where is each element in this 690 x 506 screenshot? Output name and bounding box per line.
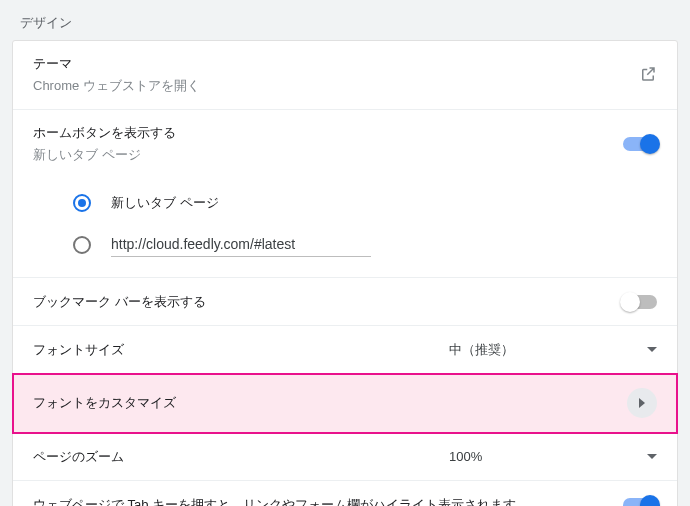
theme-row[interactable]: テーマ Chrome ウェブストアを開く — [13, 41, 677, 110]
home-option-custom-url[interactable] — [73, 222, 657, 267]
tab-highlight-row: ウェブページで Tab キーを押すと、リンクやフォーム欄がハイライト表示されます — [13, 481, 677, 506]
bookmarks-bar-toggle[interactable] — [623, 295, 657, 309]
chevron-down-icon — [647, 454, 657, 459]
home-button-label: ホームボタンを表示する — [33, 124, 623, 142]
chevron-down-icon — [647, 347, 657, 352]
home-option-newtab-label: 新しいタブ ページ — [111, 194, 219, 212]
page-zoom-row[interactable]: ページのズーム 100% — [13, 433, 677, 481]
page-zoom-value: 100% — [449, 449, 629, 464]
settings-card: テーマ Chrome ウェブストアを開く ホームボタンを表示する 新しいタブ ペ… — [12, 40, 678, 506]
theme-label: テーマ — [33, 55, 639, 73]
customize-fonts-row[interactable]: フォントをカスタマイズ — [13, 374, 677, 433]
tab-highlight-toggle[interactable] — [623, 498, 657, 506]
bookmarks-bar-label: ブックマーク バーを表示する — [33, 293, 623, 311]
radio-icon — [73, 236, 91, 254]
font-size-label: フォントサイズ — [33, 341, 449, 359]
tab-highlight-label: ウェブページで Tab キーを押すと、リンクやフォーム欄がハイライト表示されます — [33, 496, 623, 506]
home-button-options: 新しいタブ ページ — [13, 178, 677, 278]
customize-fonts-button[interactable] — [627, 388, 657, 418]
home-button-toggle[interactable] — [623, 137, 657, 151]
open-external-icon — [639, 65, 657, 86]
font-size-value: 中（推奨） — [449, 341, 629, 359]
home-button-row: ホームボタンを表示する 新しいタブ ページ — [13, 110, 677, 178]
font-size-row[interactable]: フォントサイズ 中（推奨） — [13, 326, 677, 374]
customize-fonts-label: フォントをカスタマイズ — [33, 394, 627, 412]
bookmarks-bar-row: ブックマーク バーを表示する — [13, 278, 677, 326]
theme-sublabel: Chrome ウェブストアを開く — [33, 77, 639, 95]
home-option-newtab[interactable]: 新しいタブ ページ — [73, 184, 657, 222]
radio-icon — [73, 194, 91, 212]
home-url-input[interactable] — [111, 232, 371, 257]
page-zoom-label: ページのズーム — [33, 448, 449, 466]
home-button-sublabel: 新しいタブ ページ — [33, 146, 623, 164]
section-title: デザイン — [0, 0, 690, 40]
